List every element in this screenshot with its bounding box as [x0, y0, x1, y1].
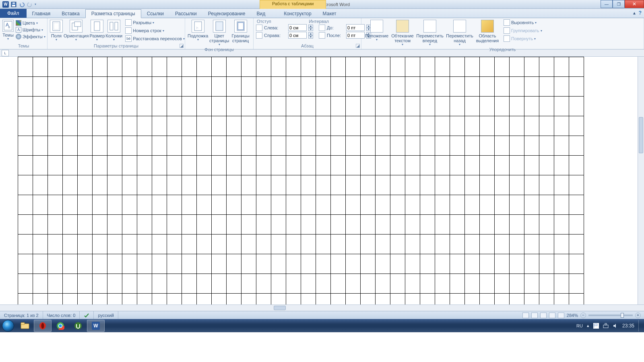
- table-cell[interactable]: [271, 294, 286, 305]
- show-desktop-button[interactable]: [638, 320, 642, 331]
- table-cell[interactable]: [93, 234, 107, 254]
- table-cell[interactable]: [376, 136, 390, 156]
- table-cell[interactable]: [242, 195, 256, 215]
- table-cell[interactable]: [122, 294, 137, 305]
- table-cell[interactable]: [405, 274, 420, 294]
- table-cell[interactable]: [435, 97, 450, 116]
- table-cell[interactable]: [33, 175, 48, 195]
- table-cell[interactable]: [212, 175, 227, 195]
- table-cell[interactable]: [331, 254, 346, 274]
- table-cell[interactable]: [539, 175, 554, 195]
- table-cell[interactable]: [122, 215, 137, 234]
- table-cell[interactable]: [435, 156, 450, 175]
- table-cell[interactable]: [107, 274, 122, 294]
- table-cell[interactable]: [63, 294, 78, 305]
- table-cell[interactable]: [495, 254, 510, 274]
- table-cell[interactable]: [33, 294, 48, 305]
- table-cell[interactable]: [137, 294, 152, 305]
- vertical-scrollbar[interactable]: [638, 57, 644, 309]
- table-cell[interactable]: [182, 175, 197, 195]
- margins-button[interactable]: Поля▾: [50, 19, 63, 42]
- table-cell[interactable]: [286, 195, 301, 215]
- table-cell[interactable]: [465, 195, 480, 215]
- table-cell[interactable]: [212, 97, 227, 116]
- paragraph-dialog-launcher[interactable]: ◢: [356, 44, 360, 48]
- table-cell[interactable]: [376, 97, 390, 116]
- table-cell[interactable]: [137, 156, 152, 175]
- table-cell[interactable]: [346, 274, 361, 294]
- table-cell[interactable]: [524, 116, 539, 136]
- table-cell[interactable]: [212, 57, 227, 77]
- bring-forward-button[interactable]: Переместить вперед▾: [415, 19, 444, 47]
- table-cell[interactable]: [167, 136, 182, 156]
- table-cell[interactable]: [480, 156, 495, 175]
- table-cell[interactable]: [539, 97, 554, 116]
- table-cell[interactable]: [18, 136, 33, 156]
- table-cell[interactable]: [167, 77, 182, 97]
- table-cell[interactable]: [569, 57, 584, 77]
- tab-references[interactable]: Ссылки: [141, 10, 169, 18]
- table-cell[interactable]: [361, 136, 376, 156]
- position-button[interactable]: Положение▾: [364, 19, 390, 42]
- table-cell[interactable]: [48, 77, 63, 97]
- table-cell[interactable]: [510, 195, 524, 215]
- table-cell[interactable]: [107, 254, 122, 274]
- table-cell[interactable]: [122, 57, 137, 77]
- view-outline[interactable]: [549, 313, 555, 318]
- table-cell[interactable]: [197, 97, 212, 116]
- view-draft[interactable]: [558, 313, 564, 318]
- table-cell[interactable]: [78, 254, 93, 274]
- table-cell[interactable]: [286, 215, 301, 234]
- zoom-out-button[interactable]: −: [580, 313, 586, 318]
- table-cell[interactable]: [331, 136, 346, 156]
- table-cell[interactable]: [376, 175, 390, 195]
- table-cell[interactable]: [465, 156, 480, 175]
- table-cell[interactable]: [495, 57, 510, 77]
- table-cell[interactable]: [480, 254, 495, 274]
- table-cell[interactable]: [539, 254, 554, 274]
- theme-fonts-button[interactable]: AШрифты▾: [14, 27, 47, 33]
- table-cell[interactable]: [18, 175, 33, 195]
- table-cell[interactable]: [137, 77, 152, 97]
- table-cell[interactable]: [316, 57, 331, 77]
- table-cell[interactable]: [554, 116, 569, 136]
- table-cell[interactable]: [376, 195, 390, 215]
- table-cell[interactable]: [286, 116, 301, 136]
- table-cell[interactable]: [316, 274, 331, 294]
- table-cell[interactable]: [435, 116, 450, 136]
- table-cell[interactable]: [346, 156, 361, 175]
- table-cell[interactable]: [405, 77, 420, 97]
- table-cell[interactable]: [524, 136, 539, 156]
- table-cell[interactable]: [480, 116, 495, 136]
- table-cell[interactable]: [376, 294, 390, 305]
- table-cell[interactable]: [227, 97, 242, 116]
- table-cell[interactable]: [524, 57, 539, 77]
- table-cell[interactable]: [495, 234, 510, 254]
- table-cell[interactable]: [554, 254, 569, 274]
- table-cell[interactable]: [346, 57, 361, 77]
- table-cell[interactable]: [331, 234, 346, 254]
- table-cell[interactable]: [390, 215, 405, 234]
- table-cell[interactable]: [435, 254, 450, 274]
- table-cell[interactable]: [271, 97, 286, 116]
- table-cell[interactable]: [271, 116, 286, 136]
- tab-home[interactable]: Главная: [27, 10, 56, 18]
- table-cell[interactable]: [465, 57, 480, 77]
- table-cell[interactable]: [63, 234, 78, 254]
- table-cell[interactable]: [107, 57, 122, 77]
- table-cell[interactable]: [405, 116, 420, 136]
- tab-file[interactable]: Файл: [0, 9, 27, 18]
- table-cell[interactable]: [316, 195, 331, 215]
- table-cell[interactable]: [93, 116, 107, 136]
- table-cell[interactable]: [331, 175, 346, 195]
- table-cell[interactable]: [286, 254, 301, 274]
- table-cell[interactable]: [376, 234, 390, 254]
- table-cell[interactable]: [242, 274, 256, 294]
- table-cell[interactable]: [227, 234, 242, 254]
- table-cell[interactable]: [316, 254, 331, 274]
- table-cell[interactable]: [33, 77, 48, 97]
- table-cell[interactable]: [197, 175, 212, 195]
- table-cell[interactable]: [465, 116, 480, 136]
- horizontal-scrollbar[interactable]: [0, 304, 644, 311]
- table-cell[interactable]: [524, 294, 539, 305]
